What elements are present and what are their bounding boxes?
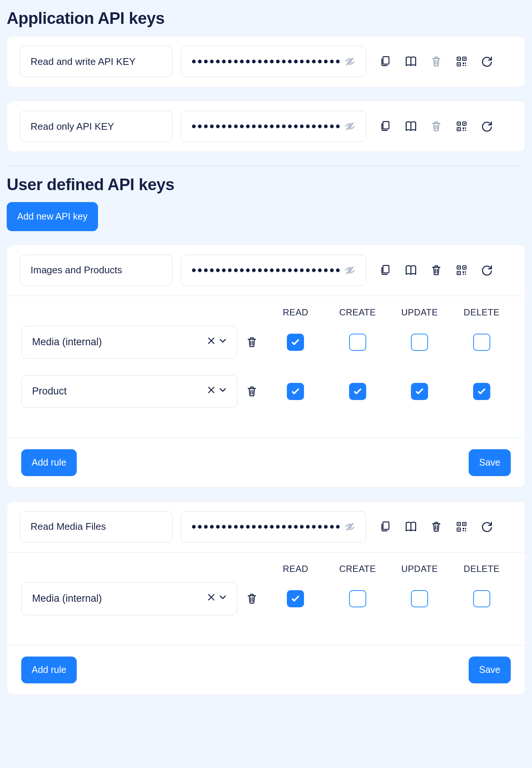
api-key-masked-value: ••••••••••••••••••••••••• <box>191 264 341 277</box>
api-key-name-text: Read only API KEY <box>31 121 114 132</box>
add-rule-button[interactable]: Add rule <box>21 449 77 476</box>
api-key-name-text: Read Media Files <box>31 521 106 532</box>
eye-off-icon[interactable] <box>344 265 355 276</box>
eye-off-icon[interactable] <box>344 121 355 132</box>
rule-target-label: Product <box>32 385 67 397</box>
api-key-actions <box>378 54 494 69</box>
col-create: CREATE <box>329 307 387 318</box>
copy-icon[interactable] <box>378 263 393 278</box>
eye-off-icon[interactable] <box>344 521 355 532</box>
checkbox-create[interactable] <box>349 334 366 351</box>
api-key-masked-value: ••••••••••••••••••••••••• <box>191 120 341 133</box>
eye-off-icon[interactable] <box>344 56 355 67</box>
checkbox-delete[interactable] <box>473 334 490 351</box>
section-divider <box>7 166 525 166</box>
checkbox-update[interactable] <box>411 590 428 607</box>
api-key-actions <box>378 519 494 534</box>
clear-icon[interactable] <box>206 592 216 605</box>
api-key-card: Read only API KEY ••••••••••••••••••••••… <box>7 101 525 152</box>
copy-icon[interactable] <box>378 519 393 534</box>
rule-target-label: Media (internal) <box>32 593 102 604</box>
docs-icon[interactable] <box>403 519 418 534</box>
chevron-down-icon[interactable] <box>218 592 228 605</box>
delete-icon[interactable] <box>429 263 444 278</box>
docs-icon[interactable] <box>403 54 418 69</box>
regenerate-icon[interactable] <box>479 54 494 69</box>
col-delete: DELETE <box>453 307 511 318</box>
api-key-value-input[interactable]: ••••••••••••••••••••••••• <box>181 111 366 142</box>
checkbox-delete[interactable] <box>473 590 490 607</box>
delete-rule-icon[interactable] <box>244 335 259 350</box>
checkbox-create[interactable] <box>349 590 366 607</box>
col-create: CREATE <box>329 564 387 574</box>
rules-table: READ CREATE UPDATE DELETE Media (interna… <box>7 296 525 487</box>
checkbox-read[interactable] <box>287 334 304 351</box>
chevron-down-icon[interactable] <box>218 336 228 349</box>
rule-row: Product <box>21 375 511 408</box>
api-key-card: Read and write API KEY •••••••••••••••••… <box>7 36 525 87</box>
api-key-name-input[interactable]: Images and Products <box>20 255 172 286</box>
docs-icon[interactable] <box>403 119 418 134</box>
qr-icon[interactable] <box>454 54 469 69</box>
api-key-masked-value: ••••••••••••••••••••••••• <box>191 55 341 68</box>
rule-target-label: Media (internal) <box>32 336 102 348</box>
qr-icon[interactable] <box>454 263 469 278</box>
user-api-key-card: Images and Products ••••••••••••••••••••… <box>7 245 525 488</box>
clear-icon[interactable] <box>206 385 216 397</box>
rules-table: READ CREATE UPDATE DELETE Media (interna… <box>7 552 525 695</box>
checkbox-read[interactable] <box>287 383 304 400</box>
col-read: READ <box>266 307 325 318</box>
copy-icon[interactable] <box>378 54 393 69</box>
api-key-name-text: Read and write API KEY <box>31 56 136 67</box>
add-api-key-button[interactable]: Add new API key <box>7 202 98 231</box>
user-api-key-card: Read Media Files •••••••••••••••••••••••… <box>7 501 525 695</box>
app-keys-heading: Application API keys <box>7 9 525 28</box>
api-key-masked-value: ••••••••••••••••••••••••• <box>191 520 341 533</box>
chevron-down-icon[interactable] <box>218 385 228 398</box>
api-key-name-input[interactable]: Read and write API KEY <box>20 46 172 77</box>
delete-icon[interactable] <box>429 519 444 534</box>
rule-target-select[interactable]: Product <box>21 375 237 408</box>
copy-icon[interactable] <box>378 119 393 134</box>
rule-target-select[interactable]: Media (internal) <box>21 582 237 615</box>
api-key-name-text: Images and Products <box>31 264 122 276</box>
clear-icon[interactable] <box>206 336 216 348</box>
api-key-value-input[interactable]: ••••••••••••••••••••••••• <box>181 255 366 286</box>
api-key-actions <box>378 263 494 278</box>
api-key-value-input[interactable]: ••••••••••••••••••••••••• <box>181 46 366 77</box>
save-button[interactable]: Save <box>469 449 511 476</box>
rule-row: Media (internal) <box>21 326 511 359</box>
delete-icon <box>429 119 444 134</box>
delete-rule-icon[interactable] <box>244 591 259 606</box>
col-read: READ <box>266 564 325 574</box>
regenerate-icon[interactable] <box>479 519 494 534</box>
checkbox-update[interactable] <box>411 334 428 351</box>
col-update: UPDATE <box>390 564 449 574</box>
add-rule-button[interactable]: Add rule <box>21 657 77 683</box>
regenerate-icon[interactable] <box>479 263 494 278</box>
checkbox-delete[interactable] <box>473 383 490 400</box>
checkbox-update[interactable] <box>411 383 428 400</box>
qr-icon[interactable] <box>454 119 469 134</box>
api-key-name-input[interactable]: Read Media Files <box>20 511 172 542</box>
rule-target-select[interactable]: Media (internal) <box>21 326 237 359</box>
docs-icon[interactable] <box>403 263 418 278</box>
col-delete: DELETE <box>453 564 511 574</box>
api-key-actions <box>378 119 494 134</box>
user-keys-heading: User defined API keys <box>7 175 525 194</box>
delete-rule-icon[interactable] <box>244 384 259 399</box>
api-key-name-input[interactable]: Read only API KEY <box>20 111 172 142</box>
qr-icon[interactable] <box>454 519 469 534</box>
api-key-value-input[interactable]: ••••••••••••••••••••••••• <box>181 511 366 542</box>
checkbox-create[interactable] <box>349 383 366 400</box>
regenerate-icon[interactable] <box>479 119 494 134</box>
rule-row: Media (internal) <box>21 582 511 615</box>
checkbox-read[interactable] <box>287 590 304 607</box>
col-update: UPDATE <box>390 307 449 318</box>
save-button[interactable]: Save <box>469 657 511 683</box>
delete-icon <box>429 54 444 69</box>
